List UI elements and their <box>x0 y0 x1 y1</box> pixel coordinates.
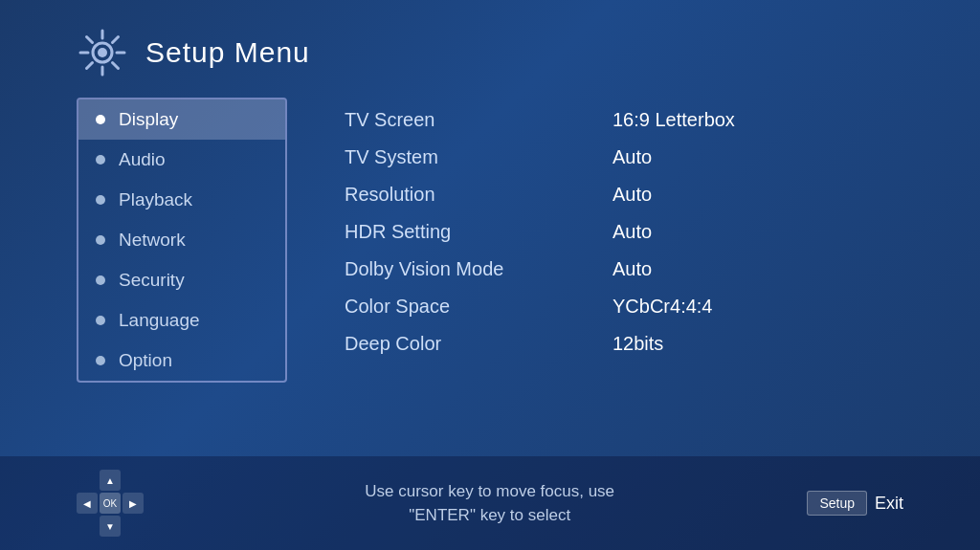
footer: ▲ ◀ OK ▶ ▼ Use cursor key to move focus,… <box>0 456 980 550</box>
setting-value: 12bits <box>612 333 663 355</box>
setting-value: Auto <box>612 258 652 280</box>
sidebar-item-language[interactable]: Language <box>78 300 285 341</box>
setting-label: Dolby Vision Mode <box>345 258 612 280</box>
dpad-right[interactable]: ▶ <box>122 493 144 514</box>
sidebar-dot <box>96 356 105 365</box>
sidebar-item-label: Network <box>119 230 186 251</box>
setting-label: TV System <box>345 146 612 168</box>
dpad-up[interactable]: ▲ <box>100 470 121 491</box>
setting-value: Auto <box>612 221 652 243</box>
setting-row: HDR SettingAuto <box>345 213 903 251</box>
sidebar-item-label: Security <box>119 270 185 291</box>
sidebar-item-security[interactable]: Security <box>78 260 285 300</box>
setting-label: Resolution <box>345 184 612 206</box>
sidebar-item-option[interactable]: Option <box>78 341 285 381</box>
setting-row: TV SystemAuto <box>345 139 903 176</box>
header: Setup Menu <box>0 0 980 98</box>
sidebar-dot <box>96 195 105 205</box>
setting-value: Auto <box>612 146 652 168</box>
dpad-empty-br <box>122 516 144 537</box>
sidebar-dot <box>96 155 105 165</box>
setting-row: ResolutionAuto <box>345 176 903 213</box>
sidebar-item-playback[interactable]: Playback <box>78 180 285 220</box>
footer-buttons: Setup Exit <box>807 491 903 516</box>
footer-hint: Use cursor key to move focus, use "ENTER… <box>172 479 807 528</box>
exit-button[interactable]: Exit <box>875 494 903 514</box>
sidebar-item-label: Language <box>119 310 200 331</box>
dpad-left[interactable]: ◀ <box>77 493 98 514</box>
setting-row: Deep Color12bits <box>345 325 903 363</box>
setting-row: Color SpaceYCbCr4:4:4 <box>345 288 903 325</box>
dpad-down[interactable]: ▼ <box>100 516 121 537</box>
dpad-ok[interactable]: OK <box>100 493 121 514</box>
svg-point-9 <box>98 48 107 57</box>
sidebar-item-label: Option <box>119 350 172 371</box>
sidebar-item-label: Playback <box>119 189 192 210</box>
sidebar-item-display[interactable]: Display <box>78 99 285 140</box>
setting-label: Color Space <box>345 296 612 318</box>
setting-label: Deep Color <box>345 333 612 355</box>
footer-hint-line2: "ENTER" key to select <box>409 506 570 524</box>
setting-row: TV Screen16:9 Letterbox <box>345 101 903 139</box>
settings-panel: TV Screen16:9 LetterboxTV SystemAutoReso… <box>345 98 903 363</box>
gear-icon <box>77 27 128 78</box>
page-title: Setup Menu <box>145 36 310 69</box>
dpad-empty-tl <box>77 470 98 491</box>
setting-value: Auto <box>612 184 652 206</box>
main-content: DisplayAudioPlaybackNetworkSecurityLangu… <box>0 98 980 383</box>
footer-hint-line1: Use cursor key to move focus, use <box>365 482 614 500</box>
svg-line-8 <box>87 63 93 69</box>
setup-button[interactable]: Setup <box>807 491 867 516</box>
setting-value: 16:9 Letterbox <box>612 109 735 131</box>
sidebar-item-audio[interactable]: Audio <box>78 140 285 180</box>
sidebar-item-network[interactable]: Network <box>78 220 285 260</box>
sidebar-dot <box>96 275 105 285</box>
setting-row: Dolby Vision ModeAuto <box>345 251 903 288</box>
sidebar-item-label: Display <box>119 109 178 130</box>
svg-line-6 <box>113 63 119 69</box>
setting-label: TV Screen <box>345 109 612 131</box>
setting-value: YCbCr4:4:4 <box>612 296 713 318</box>
sidebar-dot <box>96 316 105 325</box>
dpad-empty-tr <box>122 470 144 491</box>
dpad: ▲ ◀ OK ▶ ▼ <box>77 470 144 537</box>
sidebar-item-label: Audio <box>119 149 166 170</box>
dpad-empty-bl <box>77 516 98 537</box>
sidebar: DisplayAudioPlaybackNetworkSecurityLangu… <box>77 98 287 383</box>
setting-label: HDR Setting <box>345 221 612 243</box>
svg-line-5 <box>87 37 93 43</box>
svg-line-7 <box>113 37 119 43</box>
sidebar-dot <box>96 235 105 245</box>
sidebar-dot <box>96 115 105 124</box>
